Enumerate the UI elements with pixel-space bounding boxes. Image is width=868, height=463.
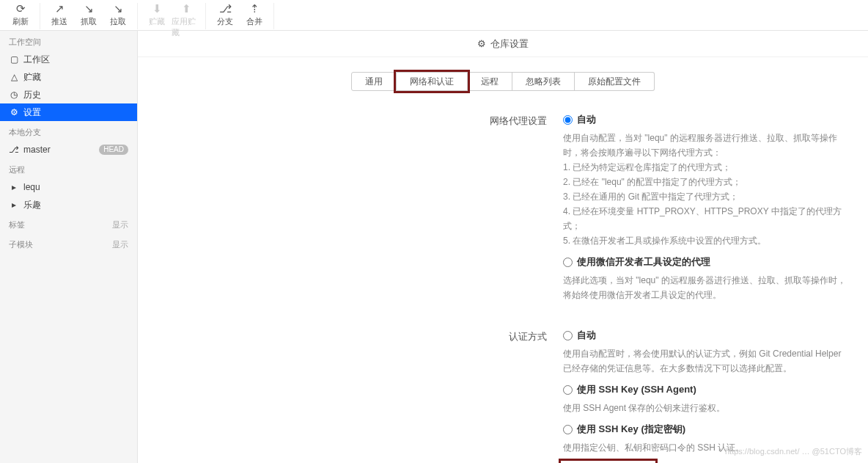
submodule-show-link[interactable]: 显示 [112,239,128,250]
auth-auto-radio[interactable]: 自动 [563,329,846,342]
auth-section-label: 认证方式 [138,329,563,463]
merge-icon: ⇡ [250,3,260,15]
folder-icon: ▢ [9,54,19,65]
watermark: https://blog.csdn.net/ … @51CTO博客 [725,446,862,457]
auth-ssh-key-radio[interactable]: 使用 SSH Key (指定密钥) [563,423,846,436]
tab-remotes[interactable]: 远程 [468,72,512,91]
chevron-right-icon: ▸ [9,182,19,192]
fetch-icon: ↘ [84,3,94,15]
refresh-icon: ⟳ [16,3,26,15]
sidebar-item-settings[interactable]: ⚙设置 [0,103,137,121]
stash-icon: ⬇ [152,3,162,15]
branch-icon: ⎇ [219,3,232,15]
sidebar-section-submodule: 子模块显示 [0,233,137,253]
push-icon: ↗ [55,3,65,15]
sidebar-remote-lequ[interactable]: ▸lequ [0,178,137,196]
auth-auto-desc: 使用自动配置时，将会使用默认的认证方式，例如 Git Credential He… [563,346,846,376]
proxy-wechat-desc: 选择此选项，当对 "lequ" 的远程服务器进行推送、拉取、抓取等操作时，将始终… [563,273,846,302]
toolbar-fetch[interactable]: ↘抓取 [74,3,103,29]
proxy-section-label: 网络代理设置 [138,113,563,310]
toolbar-push[interactable]: ↗推送 [45,3,74,29]
sidebar-section-local-branch: 本地分支 [0,121,137,141]
sidebar-section-remote: 远程 [0,158,137,178]
tags-show-link[interactable]: 显示 [112,219,128,230]
tab-network-auth[interactable]: 网络和认证 [397,72,468,91]
sidebar-branch-master[interactable]: ⎇masterHEAD [0,141,137,158]
pull-icon: ↘ [114,3,123,15]
toolbar-refresh[interactable]: ⟳刷新 [6,3,35,29]
toolbar-apply-stash: ⬆应用贮藏 [172,3,201,29]
proxy-auto-radio[interactable]: 自动 [563,113,846,126]
sidebar-item-stash[interactable]: △贮藏 [0,68,137,86]
stash-icon: △ [9,72,19,82]
sidebar: 工作空间 ▢工作区 △贮藏 ◷历史 ⚙设置 本地分支 ⎇masterHEAD 远… [0,31,138,463]
sidebar-item-workdir[interactable]: ▢工作区 [0,51,137,68]
tab-raw-config[interactable]: 原始配置文件 [575,72,655,91]
tab-ignore[interactable]: 忽略列表 [512,72,575,91]
history-icon: ◷ [9,90,19,100]
toolbar-merge[interactable]: ⇡合并 [240,3,269,29]
chevron-right-icon: ▸ [9,200,19,210]
proxy-auto-desc: 使用自动配置，当对 "lequ" 的远程服务器进行推送、拉取、抓取等操作时，将会… [563,131,846,248]
auth-ssh-agent-desc: 使用 SSH Agent 保存的公钥来进行鉴权。 [563,401,846,415]
auth-ssh-agent-radio[interactable]: 使用 SSH Key (SSH Agent) [563,383,846,396]
settings-tabs: 通用 网络和认证 远程 忽略列表 原始配置文件 [138,72,868,91]
toolbar-branch[interactable]: ⎇分支 [210,3,240,29]
toolbar: ⟳刷新 ↗推送 ↘抓取 ↘拉取 ⬇贮藏 ⬆应用贮藏 ⎇分支 ⇡合并 [0,0,868,31]
tab-general[interactable]: 通用 [351,72,397,91]
settings-title: ⚙仓库设置 [138,31,868,57]
toolbar-pull[interactable]: ↘拉取 [103,3,133,29]
proxy-wechat-radio[interactable]: 使用微信开发者工具设定的代理 [563,255,846,269]
settings-panel: ⚙仓库设置 通用 网络和认证 远程 忽略列表 原始配置文件 网络代理设置 自动 … [138,31,868,463]
gear-icon: ⚙ [477,38,486,49]
sidebar-section-workspace: 工作空间 [0,31,137,51]
sidebar-section-tags: 标签显示 [0,214,137,233]
sidebar-item-history[interactable]: ◷历史 [0,86,137,103]
gear-icon: ⚙ [9,107,19,117]
unstash-icon: ⬆ [182,3,191,15]
head-badge: HEAD [99,145,128,155]
sidebar-remote-lequ2[interactable]: ▸乐趣 [0,196,137,214]
toolbar-stash: ⬇贮藏 [142,3,172,29]
branch-icon: ⎇ [9,145,19,155]
